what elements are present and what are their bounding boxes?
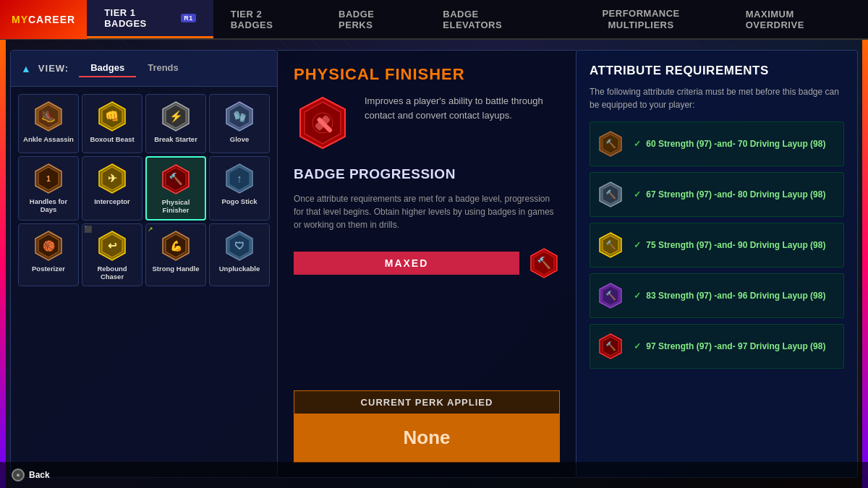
mycareer-logo: MYCAREER [0,0,87,39]
tab-badge-perks[interactable]: Badge Perks [321,0,425,38]
tab-tier1-badges[interactable]: Tier 1 Badges R1 [87,0,213,38]
svg-text:🔨: 🔨 [605,341,616,351]
attr-badge-icon-gold: 🔨 [596,231,625,260]
badge-detail-title: PHYSICAL FINISHER [294,65,560,84]
badge-grid: 🥾 Ankle Assassin 👊 Boxout Beast [11,87,277,294]
badge-name-glove: Glove [230,135,249,143]
view-tabs: Badges Trends [79,59,190,77]
view-triangle-icon: ▲ [21,63,31,74]
maxed-bar: MAXED 🔨 [294,247,560,279]
attr-row-red: 🔨 ✓ 97 Strength (97) -and- 97 Driving La… [590,324,844,369]
svg-text:🧤: 🧤 [233,110,247,123]
badge-icon-posterizer: 🏀 [33,230,64,262]
badge-name-handles-for-days: Handles for Days [22,197,75,214]
bottom-bar: ● Back [0,462,868,488]
badge-name-strong-handle: Strong Handle [153,265,200,273]
svg-text:✈: ✈ [108,172,117,184]
badge-icon-glove: 🧤 [224,100,255,132]
svg-text:🔨: 🔨 [605,290,616,301]
main-content: ▲ VIEW: Badges Trends 🥾 Ankle Assassin [0,40,868,488]
back-button[interactable]: ● Back [12,468,50,481]
tab-maximum-overdrive[interactable]: Maximum Overdrive [728,0,868,38]
badge-handles-for-days[interactable]: 1 Handles for Days [18,156,79,221]
attr-requirements-desc: The following attribute criteria must be… [590,85,844,111]
badge-glove[interactable]: 🧤 Glove [209,94,270,153]
badge-name-interceptor: Interceptor [94,197,130,205]
badge-icon-unpluckable: 🛡 [224,230,255,262]
attr-badge-icon-red: 🔨 [596,332,625,361]
check-icon-bronze: ✓ [634,139,641,149]
top-nav: MYCAREER Tier 1 Badges R1 Tier 2 Badges … [0,0,868,40]
rebound-corner-icon: ⬛ [84,226,92,233]
attr-badge-icon-bronze: 🔨 [596,129,625,158]
svg-text:↑: ↑ [237,172,242,184]
svg-text:⚡: ⚡ [169,110,183,123]
back-circle-icon: ● [12,468,25,481]
side-accent-right [862,40,868,488]
logo-my: MY [12,14,28,25]
check-icon-gold: ✓ [634,240,641,250]
view-tab-badges[interactable]: Badges [79,59,136,77]
badge-interceptor[interactable]: ✈ Interceptor [82,156,142,221]
nav-tabs: Tier 1 Badges R1 Tier 2 Badges Badge Per… [87,0,868,38]
badge-name-unpluckable: Unpluckable [219,265,260,273]
attr-row-gold: 🔨 ✓ 75 Strength (97) -and- 90 Driving La… [590,223,844,267]
badge-pogo-stick[interactable]: ↑ Pogo Stick [209,156,270,221]
right-panel: ATTRIBUTE REQUIREMENTS The following att… [576,50,858,478]
tab-performance-multipliers[interactable]: Performance Multipliers [553,0,728,38]
mid-panel: PHYSICAL FINISHER [278,50,576,478]
badge-break-starter[interactable]: ⚡ Break Starter [145,94,206,153]
tab-tier2-badges[interactable]: Tier 2 Badges [213,0,321,38]
attr-text-purple: ✓ 83 Strength (97) -and- 96 Driving Layu… [634,291,825,301]
maxed-badge-icon: 🔨 [528,247,560,279]
perk-header: CURRENT PERK APPLIED [294,391,559,414]
svg-text:🥾: 🥾 [41,109,56,123]
badge-name-rebound-chaser: Rebound Chaser [85,265,139,281]
badge-desc-row: Improves a player's ability to battle th… [294,94,560,152]
tab-badge-elevators[interactable]: Badge Elevators [425,0,553,38]
svg-text:1: 1 [46,175,51,183]
progression-title: BADGE PROGRESSION [294,166,560,182]
maxed-label: MAXED [294,252,519,275]
badge-icon-break-starter: ⚡ [160,100,192,132]
badge-boxout-beast[interactable]: 👊 Boxout Beast [82,94,142,153]
badge-name-pogo-stick: Pogo Stick [221,197,257,205]
svg-text:🔨: 🔨 [605,239,616,250]
badge-desc-text: Improves a player's ability to battle th… [365,94,560,123]
view-tab-trends[interactable]: Trends [136,59,190,77]
badge-posterizer[interactable]: 🏀 Posterizer [18,223,79,286]
svg-text:🔨: 🔨 [169,172,183,186]
badge-strong-handle[interactable]: ↗ 💪 Strong Handle [145,223,206,286]
attr-badge-icon-purple: 🔨 [596,281,625,310]
perk-section: CURRENT PERK APPLIED None [294,390,560,463]
badge-icon-ankle-assassin: 🥾 [33,100,64,132]
svg-text:💪: 💪 [170,240,183,252]
badge-icon-strong-handle: 💪 [160,230,192,262]
badge-name-physical-finisher: Physical Finisher [150,198,202,215]
check-icon-silver: ✓ [634,189,641,200]
attr-text-silver: ✓ 67 Strength (97) -and- 80 Driving Layu… [634,189,825,200]
svg-text:🔨: 🔨 [605,138,616,149]
badge-name-ankle-assassin: Ankle Assassin [23,135,74,143]
attr-row-purple: 🔨 ✓ 83 Strength (97) -and- 96 Driving La… [590,273,844,318]
svg-text:🏀: 🏀 [43,240,56,252]
back-label: Back [29,470,50,480]
perk-value: None [294,414,559,462]
r1-badge: R1 [181,14,196,22]
badge-ankle-assassin[interactable]: 🥾 Ankle Assassin [18,94,79,153]
attr-text-bronze: ✓ 60 Strength (97) -and- 70 Driving Layu… [634,139,825,149]
svg-text:🛡: 🛡 [234,240,244,252]
badge-unpluckable[interactable]: 🛡 Unpluckable [209,223,270,286]
check-icon-purple: ✓ [634,291,641,301]
check-icon-red: ✓ [634,341,641,351]
attr-row-bronze: 🔨 ✓ 60 Strength (97) -and- 70 Driving La… [590,121,844,166]
side-accent-left [0,40,6,488]
badge-rebound-chaser[interactable]: ⬛ ↩ Rebound Chaser [82,223,142,286]
attr-badge-icon-silver: 🔨 [596,180,625,209]
badge-name-boxout-beast: Boxout Beast [90,135,134,143]
badge-icon-interceptor: ✈ [96,163,128,194]
badge-physical-finisher[interactable]: 🔨 Physical Finisher [145,156,206,221]
badge-icon-handles-for-days: 1 [33,163,64,194]
badge-icon-pogo-stick: ↑ [224,163,255,194]
left-panel: ▲ VIEW: Badges Trends 🥾 Ankle Assassin [10,50,278,478]
